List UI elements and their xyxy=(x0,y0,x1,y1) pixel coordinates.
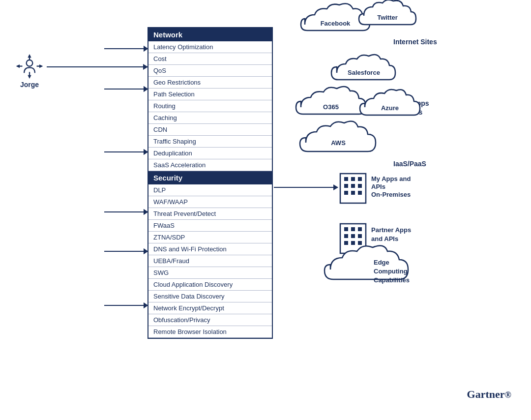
svg-text:Azure: Azure xyxy=(381,104,399,112)
gartner-logo: Gartner® xyxy=(467,387,511,410)
side-arrow-1 xyxy=(104,48,148,49)
item-routing: Routing xyxy=(148,100,272,112)
salesforce-cloud: Salesforce xyxy=(331,55,395,80)
jorge-label: Jorge xyxy=(20,81,39,89)
jorge-icon xyxy=(15,54,44,79)
o365-cloud: O365 xyxy=(296,87,366,114)
item-saas-accel: SaaS Acceleration xyxy=(148,159,272,171)
svg-text:Facebook: Facebook xyxy=(321,20,351,27)
svg-rect-25 xyxy=(344,191,348,195)
gartner-dot: ® xyxy=(505,390,511,400)
partner-apps-building xyxy=(340,224,366,253)
twitter-cloud: Twitter xyxy=(359,0,416,25)
svg-rect-36 xyxy=(351,234,355,238)
svg-text:Partner Apps: Partner Apps xyxy=(371,226,411,234)
svg-rect-38 xyxy=(344,241,348,245)
jorge-section: Jorge xyxy=(15,54,44,89)
svg-rect-37 xyxy=(358,234,362,238)
item-dns: DNS and Wi-Fi Protection xyxy=(148,243,272,255)
svg-rect-23 xyxy=(351,184,355,188)
side-arrow-3 xyxy=(104,151,148,152)
item-geo: Geo Restrictions xyxy=(148,77,272,89)
svg-text:Twitter: Twitter xyxy=(377,14,398,21)
item-cdn: CDN xyxy=(148,124,272,136)
right-arrow xyxy=(274,187,338,188)
svg-marker-7 xyxy=(39,64,43,68)
network-header: Network xyxy=(148,28,272,41)
svg-rect-31 xyxy=(340,224,366,253)
svg-text:AWS: AWS xyxy=(331,139,346,147)
azure-cloud: Azure xyxy=(360,90,420,115)
svg-rect-24 xyxy=(358,184,362,188)
svg-rect-20 xyxy=(351,177,355,181)
item-encrypt: Network Encrypt/Decrypt xyxy=(148,302,272,314)
item-latency: Latency Optimization xyxy=(148,41,272,53)
svg-rect-34 xyxy=(358,227,362,231)
svg-text:Edge: Edge xyxy=(374,259,389,266)
side-arrow-4 xyxy=(104,211,148,212)
svg-text:On-Premises: On-Premises xyxy=(371,191,411,198)
svg-rect-21 xyxy=(358,177,362,181)
my-apps-building xyxy=(340,174,366,203)
svg-text:and APIs: and APIs xyxy=(371,235,398,242)
edge-computing-cloud xyxy=(324,245,408,279)
svg-rect-26 xyxy=(351,191,355,195)
svg-rect-33 xyxy=(351,227,355,231)
item-ueba: UEBA/Fraud xyxy=(148,255,272,267)
aws-cloud: AWS xyxy=(300,121,376,151)
svg-marker-1 xyxy=(28,54,31,58)
item-traffic: Traffic Shaping xyxy=(148,136,272,148)
svg-text:IaaS/PaaS: IaaS/PaaS xyxy=(393,160,426,168)
svg-point-8 xyxy=(27,60,33,66)
side-arrow-6 xyxy=(104,305,148,306)
svg-text:My Apps and: My Apps and xyxy=(371,175,411,182)
internet-sites-label: Internet Sites xyxy=(393,38,437,46)
diagram-container: Jorge Network Latency Optimization Cost … xyxy=(0,0,531,420)
svg-rect-19 xyxy=(344,177,348,181)
svg-text:Capabilities: Capabilities xyxy=(374,276,410,284)
gartner-text: Gartner xyxy=(467,388,505,400)
svg-rect-32 xyxy=(344,227,348,231)
svg-rect-40 xyxy=(358,241,362,245)
item-threat: Threat Prevent/Detect xyxy=(148,208,272,220)
facebook-cloud: Facebook xyxy=(301,3,370,30)
svg-rect-18 xyxy=(340,174,366,203)
main-arrow xyxy=(47,66,148,67)
item-rbi: Remote Browser Isolation xyxy=(148,326,272,338)
side-arrow-5 xyxy=(104,251,148,252)
svg-text:SaaS Apps: SaaS Apps xyxy=(393,99,429,107)
item-path: Path Selection xyxy=(148,89,272,100)
svg-rect-22 xyxy=(344,184,348,188)
item-caching: Caching xyxy=(148,112,272,124)
item-obfuscation: Obfuscation/Privacy xyxy=(148,314,272,326)
svg-rect-35 xyxy=(344,234,348,238)
item-cost: Cost xyxy=(148,53,272,65)
item-dlp: DLP xyxy=(148,184,272,196)
item-waf: WAF/WAAP xyxy=(148,196,272,208)
item-qos: QoS xyxy=(148,65,272,77)
svg-text:O365: O365 xyxy=(323,103,339,111)
item-dedup: Deduplication xyxy=(148,148,272,159)
svg-text:and APIs: and APIs xyxy=(393,108,423,116)
svg-text:Salesforce: Salesforce xyxy=(348,69,380,76)
item-sensitive: Sensitive Data Discovery xyxy=(148,291,272,302)
main-box: Network Latency Optimization Cost QoS Ge… xyxy=(148,27,273,339)
svg-text:Computing: Computing xyxy=(374,268,408,275)
svg-text:APIs: APIs xyxy=(371,183,385,190)
svg-rect-27 xyxy=(358,191,362,195)
item-ztna: ZTNA/SDP xyxy=(148,232,272,243)
svg-marker-3 xyxy=(28,75,31,79)
item-fwaas: FWaaS xyxy=(148,220,272,232)
item-swg: SWG xyxy=(148,267,272,279)
security-header: Security xyxy=(148,171,272,184)
side-arrow-2 xyxy=(104,89,148,90)
item-cloud-discovery: Cloud Application Discovery xyxy=(148,279,272,291)
svg-marker-5 xyxy=(16,64,20,68)
svg-rect-39 xyxy=(351,241,355,245)
